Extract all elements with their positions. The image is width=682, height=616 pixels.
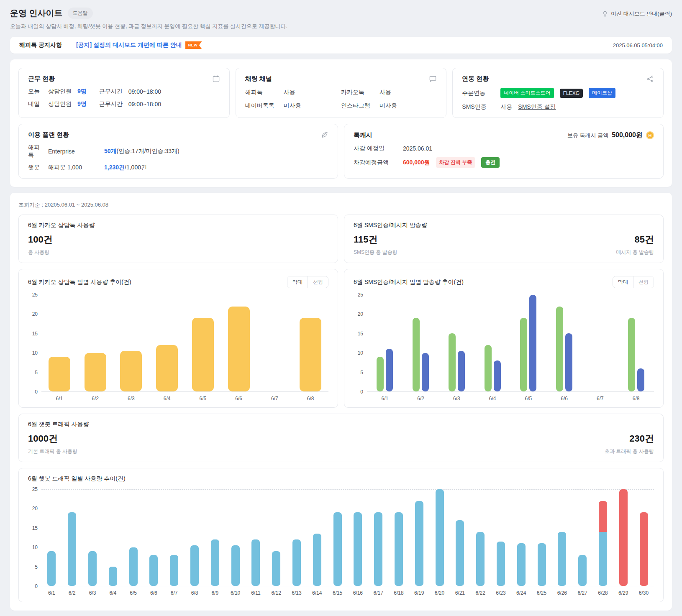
stacked-bar xyxy=(599,501,607,586)
prev-dashboard-link[interactable]: 이전 대시보드 안내(클릭) xyxy=(602,10,672,18)
y-axis: 0510152025 xyxy=(28,295,41,392)
sms-auth-row: SMS인증 사용 SMS인증 설정 xyxy=(462,103,654,111)
deduct-amount-row: 차감예정금액 600,000원 차감 잔액 부족 충전 xyxy=(354,157,654,168)
bar-group xyxy=(327,489,348,586)
bar-segment xyxy=(415,501,423,586)
stacked-bar xyxy=(476,532,485,586)
stacked-bar xyxy=(619,489,628,586)
bar-segment xyxy=(313,534,321,586)
talkcash-card: 톡캐시 보유 톡캐시 금액 500,000원 H 차감 예정일 2025.06.… xyxy=(344,124,664,179)
line-view-button[interactable]: 선형 xyxy=(633,276,654,288)
line-view-button[interactable]: 선형 xyxy=(308,276,328,288)
stacked-bar xyxy=(415,501,423,586)
kakao-daily-chart-card: 6월 카카오 상담톡 일별 사용량 추이(건) 막대 선형 0510152025… xyxy=(18,269,338,408)
chart-type-toggle: 막대 선형 xyxy=(613,276,654,288)
bar xyxy=(85,353,106,391)
bar-segment xyxy=(333,512,342,586)
kakao-usage-summary-card: 6월 카카오 상담톡 사용량 100건 총 사용량 xyxy=(18,215,338,263)
channel-status: 사용 xyxy=(284,89,295,96)
plan-value-detail: (인증:17개/미인증:33개) xyxy=(117,148,179,154)
bar-segment xyxy=(517,543,526,586)
bar xyxy=(49,357,70,391)
channel-name: 네이버톡톡 xyxy=(245,102,284,110)
notice-label: 해피톡 공지사항 xyxy=(19,41,62,49)
bar-view-button[interactable]: 막대 xyxy=(287,276,308,288)
worktime-value: 09:00~18:00 xyxy=(128,88,161,95)
bar-group xyxy=(257,295,293,391)
bar-segment xyxy=(88,551,97,586)
deduct-amount-label: 차감예정금액 xyxy=(354,159,397,166)
chart-body: 0510152025 6/16/26/36/46/56/66/76/8 xyxy=(354,295,654,401)
plan-value-number: 1,230건 xyxy=(104,164,125,171)
stacked-bar xyxy=(538,543,546,586)
x-axis-label: 6/10 xyxy=(225,590,246,596)
bar-segment xyxy=(292,539,301,586)
sms-auth-total: 115건 SMS인증 총 발송량 xyxy=(354,233,397,256)
notice-bar: 해피톡 공지사항 [공지] 설정의 대시보드 개편에 따른 안내 NEW 202… xyxy=(10,37,672,54)
stacked-bar xyxy=(231,545,240,586)
bar-group xyxy=(593,489,613,586)
x-axis-label: 6/28 xyxy=(593,590,613,596)
notice-link-wrap: [공지] 설정의 대시보드 개편에 따른 안내 NEW xyxy=(76,41,202,49)
base-traffic-total: 1000건 기본 트래픽 총 사용량 xyxy=(28,432,77,455)
x-axis-label: 6/25 xyxy=(531,590,552,596)
x-axis-label: 6/11 xyxy=(246,590,266,596)
bar-segment xyxy=(129,547,138,586)
stacked-bar xyxy=(251,539,260,586)
bar-group xyxy=(389,489,409,586)
bar xyxy=(192,318,214,391)
stacked-bar xyxy=(436,489,444,586)
bar xyxy=(520,318,527,391)
x-axis-label: 6/20 xyxy=(429,590,450,596)
calendar-icon xyxy=(212,75,220,83)
stacked-bar xyxy=(88,551,97,586)
help-badge[interactable]: 도움말 xyxy=(68,8,93,19)
x-axis-label: 6/2 xyxy=(62,590,82,596)
y-axis-tick: 20 xyxy=(32,311,38,317)
integration-badge-naver: 네이버 스마트스토어 xyxy=(500,88,554,98)
y-axis-tick: 25 xyxy=(32,292,38,298)
channel-item: 해피톡 사용 xyxy=(245,89,341,96)
channel-status: 미사용 xyxy=(284,102,301,110)
agents-count: 9명 xyxy=(77,88,87,95)
sms-auth-status: 사용 xyxy=(500,103,512,111)
bar-view-button[interactable]: 막대 xyxy=(613,276,633,288)
x-axis-label: 6/2 xyxy=(403,396,439,401)
sms-settings-link[interactable]: SMS인증 설정 xyxy=(518,103,556,111)
notice-link[interactable]: [공지] 설정의 대시보드 개편에 따른 안내 xyxy=(76,41,182,49)
bar-segment xyxy=(109,567,117,586)
stacked-bar xyxy=(292,539,301,586)
work-status-row-today: 오늘 상담인원 9명 근무시간 09:00~18:00 xyxy=(28,88,220,95)
sms-usage-summary-card: 6월 SMS인증/메시지 발송량 115건 SMS인증 총 발송량 85건 메시… xyxy=(344,215,664,263)
stacked-bar xyxy=(129,547,138,586)
bar-group xyxy=(144,489,164,586)
x-axis-label: 6/5 xyxy=(185,396,221,401)
bar xyxy=(413,318,420,391)
network-icon xyxy=(646,75,654,83)
chart-title: 6월 SMS인증/메시지 일별 발송량 추이(건) xyxy=(354,279,464,286)
x-axis-label: 6/27 xyxy=(572,590,593,596)
talkcash-balance-label: 보유 톡캐시 금액 xyxy=(567,132,608,139)
x-axis-label: 6/18 xyxy=(389,590,409,596)
bar-group xyxy=(246,489,266,586)
plan-row-chatbot: 챗봇 해피봇 1,000 1,230건/1,000건 xyxy=(28,164,328,171)
x-axis-label: 6/4 xyxy=(474,396,510,401)
x-axis-label: 6/30 xyxy=(633,590,654,596)
worktime-label: 근무시간 xyxy=(99,88,123,95)
charge-button[interactable]: 충전 xyxy=(481,157,500,168)
x-axis-label: 6/13 xyxy=(287,590,307,596)
x-axis-label: 6/7 xyxy=(257,396,293,401)
bar-group xyxy=(582,295,618,391)
stacked-bar xyxy=(456,520,464,586)
x-axis-label: 6/1 xyxy=(41,590,62,596)
stacked-bar xyxy=(640,512,648,586)
y-axis-tick: 10 xyxy=(32,350,38,356)
y-axis-tick: 25 xyxy=(32,486,38,492)
bar xyxy=(485,345,492,391)
bar-segment xyxy=(68,512,76,586)
worktime-value: 09:00~18:00 xyxy=(128,101,161,107)
plan-tier: Enterprise xyxy=(48,148,98,155)
x-axis-label: 6/14 xyxy=(307,590,327,596)
deduct-date-value: 2025.06.01 xyxy=(403,145,432,152)
period-label: 조회기준 : 20205.06.01 ~ 2025.06.08 xyxy=(18,201,664,209)
